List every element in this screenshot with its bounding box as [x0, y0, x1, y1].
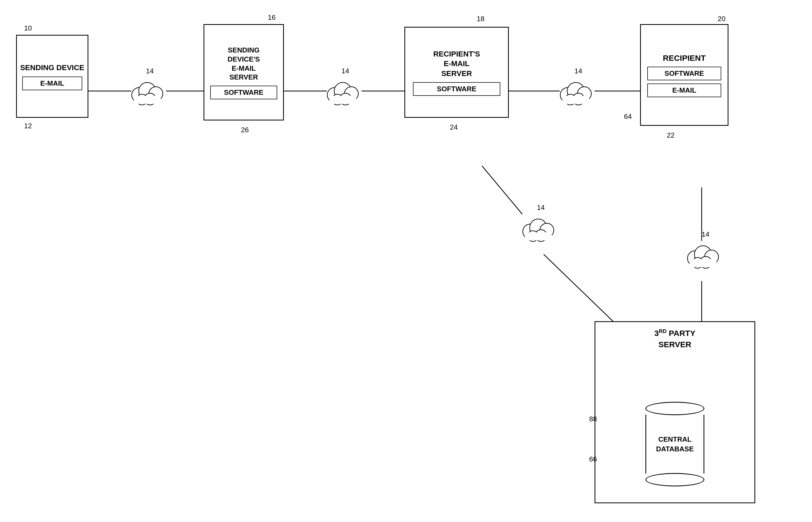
ref-14-cloud2: 14 — [341, 67, 349, 75]
recipient-software: SOFTWARE — [647, 67, 721, 80]
sending-server-title: SENDINGDEVICE'SE-MAILSERVER — [224, 44, 263, 84]
svg-rect-15 — [134, 96, 161, 104]
central-database-label: CENTRAL DATABASE — [646, 435, 704, 454]
third-party-title: 3RD PARTYSERVER — [595, 327, 754, 350]
sending-device-inner: E-MAIL — [22, 77, 82, 90]
recipient-email: E-MAIL — [647, 83, 721, 97]
ref-16: 16 — [268, 13, 276, 22]
ref-88: 88 — [589, 415, 597, 423]
third-party-server-box: 3RD PARTYSERVER CENTRAL DATABASE — [595, 321, 755, 503]
cloud-1 — [126, 78, 169, 108]
cloud-4 — [517, 214, 560, 245]
ref-14-cloud4: 14 — [537, 203, 545, 212]
svg-line-8 — [482, 166, 522, 214]
recipient-server-inner: SOFTWARE — [413, 82, 500, 96]
central-database-shape: CENTRAL DATABASE — [646, 402, 704, 486]
svg-rect-21 — [330, 96, 356, 104]
ref-14-cloud5: 14 — [702, 230, 709, 239]
sending-device-box: SENDING DEVICE E-MAIL — [16, 35, 88, 118]
ref-12: 12 — [24, 122, 32, 130]
ref-18: 18 — [477, 15, 484, 23]
recipient-box: RECIPIENT SOFTWARE E-MAIL — [640, 24, 729, 126]
ref-22: 22 — [667, 131, 675, 139]
sending-server-inner: SOFTWARE — [210, 86, 277, 99]
ref-10: 10 — [24, 24, 32, 33]
ref-14-cloud1: 14 — [146, 67, 154, 75]
cloud-5 — [681, 241, 725, 272]
ref-26: 26 — [241, 126, 249, 134]
recipient-server-title: RECIPIENT'SE-MAILSERVER — [430, 47, 483, 81]
svg-line-9 — [544, 254, 624, 332]
sending-server-box: SENDINGDEVICE'SE-MAILSERVER SOFTWARE — [203, 24, 284, 120]
svg-rect-27 — [562, 96, 589, 104]
cloud-2 — [321, 78, 364, 108]
ref-24: 24 — [450, 123, 458, 132]
ref-20: 20 — [718, 15, 726, 23]
svg-rect-39 — [690, 259, 716, 267]
sending-device-title: SENDING DEVICE — [17, 61, 87, 75]
ref-14-cloud3: 14 — [574, 67, 582, 75]
recipient-title: RECIPIENT — [660, 51, 709, 65]
svg-rect-33 — [525, 232, 552, 240]
recipient-server-box: RECIPIENT'SE-MAILSERVER SOFTWARE — [404, 27, 509, 118]
cloud-3 — [554, 78, 597, 108]
ref-64: 64 — [624, 113, 632, 121]
ref-66: 66 — [589, 455, 597, 463]
